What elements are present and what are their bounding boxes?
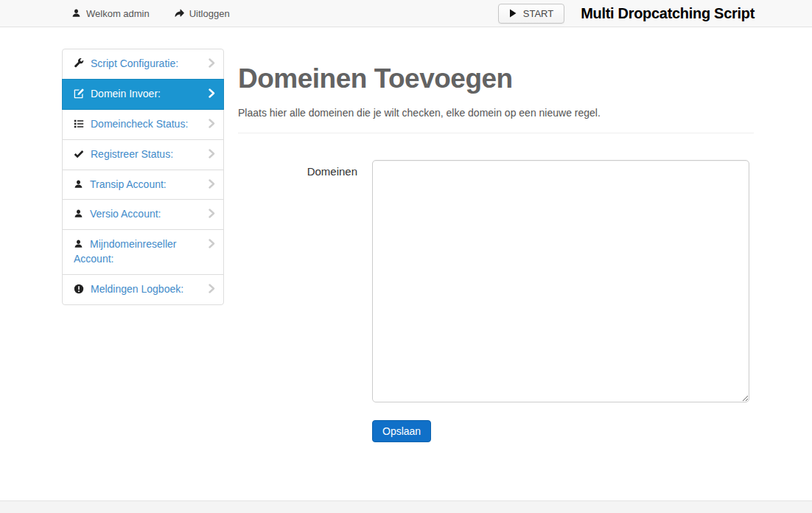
- exclamation-circle-icon: [74, 284, 84, 294]
- main-content: Domeinen Toevoegen Plaats hier alle dome…: [238, 49, 754, 442]
- welcome-label: Welkom admin: [86, 8, 150, 19]
- chevron-right-icon: [209, 284, 215, 293]
- app-title: Multi Dropcatching Script: [581, 5, 755, 22]
- sidebar-item-label: Versio Account:: [90, 208, 161, 220]
- chevron-right-icon: [209, 88, 215, 98]
- logout-link[interactable]: Uitloggen: [174, 8, 230, 19]
- user-icon: [71, 8, 81, 18]
- edit-icon: [74, 88, 84, 99]
- sidebar-item-script-configuratie[interactable]: Script Configuratie:: [62, 49, 224, 80]
- sidebar-item-label: Registreer Status:: [91, 148, 173, 160]
- chevron-right-icon: [209, 239, 215, 248]
- start-button[interactable]: START: [498, 4, 564, 24]
- sidebar-item-domeincheck-status[interactable]: Domeincheck Status:: [62, 109, 224, 140]
- welcome-user-link[interactable]: Welkom admin: [71, 8, 150, 19]
- wrench-icon: [74, 58, 84, 69]
- footer-bar: [0, 500, 812, 513]
- start-button-label: START: [523, 8, 553, 19]
- chevron-right-icon: [209, 209, 215, 218]
- user-icon: [74, 179, 83, 189]
- user-icon: [74, 209, 83, 219]
- sidebar-item-label: Mijndomeinreseller Account:: [74, 238, 177, 265]
- sidebar-item-versio-account[interactable]: Versio Account:: [62, 199, 224, 230]
- sidebar-item-label: Script Configuratie:: [91, 57, 178, 69]
- sidebar-item-transip-account[interactable]: Transip Account:: [62, 170, 224, 200]
- chevron-right-icon: [209, 119, 215, 128]
- page-title: Domeinen Toevoegen: [238, 63, 754, 94]
- domains-input[interactable]: [372, 160, 749, 402]
- page-subtitle: Plaats hier alle domeinen die je wilt ch…: [238, 107, 754, 119]
- top-navbar: Welkom admin Uitloggen START Multi Dropc…: [0, 0, 812, 27]
- chevron-right-icon: [209, 179, 215, 189]
- user-icon: [74, 239, 83, 249]
- save-button[interactable]: Opslaan: [372, 420, 431, 442]
- play-icon: [509, 9, 517, 18]
- sidebar-item-domein-invoer[interactable]: Domein Invoer:: [62, 79, 224, 110]
- sidebar-item-label: Meldingen Logboek:: [91, 283, 183, 295]
- sidebar-menu: Script Configuratie: Domein Invoer: Dome…: [62, 49, 224, 305]
- sidebar-item-label: Transip Account:: [90, 178, 167, 190]
- sidebar-item-mijndomeinreseller-account[interactable]: Mijndomeinreseller Account:: [62, 229, 224, 275]
- share-arrow-icon: [174, 8, 184, 18]
- divider: [238, 133, 754, 133]
- domains-label: Domeinen: [238, 160, 372, 178]
- logout-label: Uitloggen: [189, 8, 230, 19]
- sidebar-item-registreer-status[interactable]: Registreer Status:: [62, 139, 224, 170]
- domains-form-row: Domeinen: [238, 160, 754, 402]
- sidebar-item-label: Domeincheck Status:: [91, 118, 188, 130]
- sidebar-item-meldingen-logboek[interactable]: Meldingen Logboek:: [62, 274, 224, 305]
- chevron-right-icon: [209, 149, 215, 158]
- list-icon: [74, 119, 84, 129]
- check-icon: [74, 149, 84, 159]
- chevron-right-icon: [209, 58, 215, 68]
- sidebar-item-label: Domein Invoer:: [91, 88, 161, 100]
